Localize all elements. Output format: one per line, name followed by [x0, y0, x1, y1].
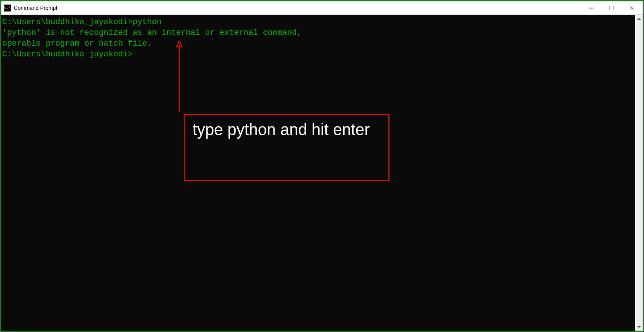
close-icon	[630, 6, 635, 10]
maximize-button[interactable]	[602, 1, 622, 14]
scrollbar-track[interactable]	[635, 22, 643, 323]
maximize-icon	[610, 6, 614, 10]
chevron-down-icon	[637, 326, 641, 328]
terminal-line: C:\Users\buddhika_jayakodi>python	[2, 17, 634, 27]
annotation-text: type python and hit enter	[193, 119, 380, 140]
titlebar[interactable]: C:\ Command Prompt	[1, 1, 643, 15]
scrollbar-up-button[interactable]	[635, 15, 643, 22]
annotation-callout: type python and hit enter	[184, 114, 389, 181]
minimize-icon	[589, 6, 593, 10]
window-title: Command Prompt	[14, 5, 581, 11]
terminal-area: C:\Users\buddhika_jayakodi>python 'pytho…	[1, 15, 643, 331]
window-controls	[581, 1, 643, 14]
svg-marker-7	[637, 326, 641, 328]
minimize-button[interactable]	[581, 1, 602, 14]
scrollbar-down-button[interactable]	[635, 323, 643, 331]
svg-marker-6	[637, 18, 641, 20]
terminal-line: 'python' is not recognized as an interna…	[2, 27, 634, 38]
terminal-line: C:\Users\buddhika_jayakodi>	[2, 49, 634, 60]
command-prompt-icon: C:\	[4, 4, 11, 12]
terminal[interactable]: C:\Users\buddhika_jayakodi>python 'pytho…	[1, 15, 635, 331]
svg-rect-1	[610, 6, 614, 10]
vertical-scrollbar[interactable]	[635, 15, 643, 331]
chevron-up-icon	[637, 18, 641, 20]
command-prompt-window: C:\ Command Prompt	[1, 1, 643, 331]
terminal-line: operable program or batch file.	[2, 38, 634, 49]
close-button[interactable]	[622, 1, 643, 14]
